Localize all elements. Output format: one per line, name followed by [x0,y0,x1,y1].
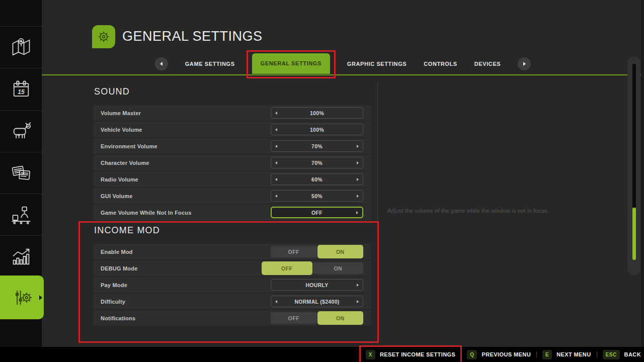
footer-item-reset-income-settings[interactable]: XRESET INCOME SETTINGS [366,350,455,359]
selector-value: OFF [272,210,362,216]
sidebar-item-map[interactable] [0,27,42,68]
decrease-arrow-icon[interactable] [275,178,277,181]
chevron-right-icon [523,62,526,66]
settings-row-notifications: NotificationsOFFON [93,310,371,326]
footer-separator [597,351,597,358]
selector-value: 50% [271,193,363,199]
toggle-on-button[interactable]: ON [313,262,364,274]
selector-value: 70% [271,160,363,166]
tabs-prev-button[interactable] [155,57,168,70]
row-label: GUI Volume [101,193,133,199]
tab-graphic-settings[interactable]: GRAPHIC SETTINGS [347,61,407,67]
decrease-arrow-icon[interactable] [275,161,277,164]
toggle-on-button[interactable]: ON [317,311,364,325]
settings-row-game-volume-while-not-in-focus: Game Volume While Not In FocusOFF [93,205,371,220]
toggle-group: OFFON [271,246,363,257]
tab-general-settings[interactable]: GENERAL SETTINGS [252,53,330,74]
row-control: NORMAL ($2400) [271,296,363,307]
value-selector[interactable]: NORMAL ($2400) [271,296,363,307]
selector-value: 100% [271,110,363,116]
section-title-sound: SOUND [94,86,371,97]
selector-value: NORMAL ($2400) [271,299,363,305]
decrease-arrow-icon[interactable] [275,195,277,198]
settings-row-character-volume: Character Volume70% [93,155,371,170]
toggle-on-button[interactable]: ON [317,245,364,258]
footer-item-previous-menu[interactable]: QPREVIOUS MENU [467,350,531,359]
increase-arrow-icon[interactable] [357,161,359,164]
row-control: 60% [271,173,363,185]
sidebar-item-settings[interactable] [0,276,44,319]
increase-arrow-icon[interactable] [356,211,358,214]
value-selector[interactable]: 50% [271,190,363,202]
value-selector[interactable]: 100% [271,124,363,135]
footer-label: BACK [624,351,641,357]
increase-arrow-icon[interactable] [357,300,359,303]
settings-row-gui-volume: GUI Volume50% [93,188,371,204]
increase-arrow-icon[interactable] [357,195,359,198]
increase-arrow-icon[interactable] [357,145,359,148]
row-label: Radio Volume [101,176,138,183]
production-icon [10,204,32,226]
page-icon [92,25,115,48]
key-badge-esc: ESC [603,350,620,359]
row-label: Pay Mode [101,282,127,288]
row-label: Game Volume While Not In Focus [101,210,192,216]
settings-row-vehicle-volume: Vehicle Volume100% [93,122,371,137]
value-selector[interactable]: 100% [271,107,363,119]
row-control: 100% [271,124,363,135]
settings-panel: SOUNDVolume Master100%Vehicle Volume100%… [93,81,371,327]
footer-item-next-menu[interactable]: ENEXT MENU [542,350,591,359]
row-control: OFFON [271,262,363,274]
sidebar-item-statistics[interactable] [0,236,42,278]
right-edge-strip [641,0,644,347]
toggle-group: OFFON [271,262,363,274]
sidebar-item-contracts[interactable] [0,152,42,194]
footer-label: PREVIOUS MENU [481,351,531,357]
row-control: OFF [271,207,363,218]
row-control: 70% [271,140,363,152]
sidebar-spacer [0,0,42,27]
decrease-arrow-icon[interactable] [275,112,277,115]
increase-arrow-icon[interactable] [357,284,359,287]
section-title-income-mod: INCOME MOD [94,225,371,236]
value-selector[interactable]: OFF [271,207,363,218]
settings-row-debug-mode: DEBUG ModeOFFON [93,260,371,276]
sidebar-item-production[interactable] [0,194,42,236]
row-label: DEBUG Mode [101,265,138,272]
sidebar-item-animals[interactable] [0,111,42,152]
row-control: OFFON [271,246,363,257]
row-control: OFFON [271,312,363,324]
decrease-arrow-icon[interactable] [275,300,277,303]
tabbar-underline [42,74,644,75]
settings-row-enable-mod: Enable ModOFFON [93,244,371,259]
value-selector[interactable]: 60% [271,173,363,185]
scrollbar-thumb[interactable] [632,208,636,260]
increase-arrow-icon[interactable] [357,178,359,181]
row-control: 70% [271,157,363,168]
row-label: Character Volume [101,160,149,166]
decrease-arrow-icon[interactable] [275,145,277,148]
scrollbar-track [632,64,636,208]
value-selector[interactable]: 70% [271,157,363,168]
key-badge-e: E [542,350,552,359]
row-label: Environment Volume [101,143,157,149]
tab-devices[interactable]: DEVICES [474,61,501,67]
tab-controls[interactable]: CONTROLS [424,61,457,67]
footer-item-back[interactable]: ESCBACK [603,350,641,359]
value-selector[interactable]: HOURLY [271,279,363,291]
tab-game-settings[interactable]: GAME SETTINGS [185,61,235,67]
value-selector[interactable]: 70% [271,140,363,152]
column-divider [377,82,378,344]
active-item-notch [39,295,42,300]
toggle-off-button[interactable]: OFF [271,312,317,324]
settings-row-pay-mode: Pay ModeHOURLY [93,277,371,293]
row-label: Vehicle Volume [101,127,142,133]
toggle-off-button[interactable]: OFF [271,246,317,257]
gear-icon [94,27,114,47]
row-control: HOURLY [271,279,363,291]
tabs-next-button[interactable] [518,57,531,70]
row-label: Enable Mod [101,249,133,255]
sidebar-item-calendar[interactable]: 15 [0,69,42,111]
decrease-arrow-icon[interactable] [275,128,277,131]
toggle-off-button[interactable]: OFF [262,261,312,275]
